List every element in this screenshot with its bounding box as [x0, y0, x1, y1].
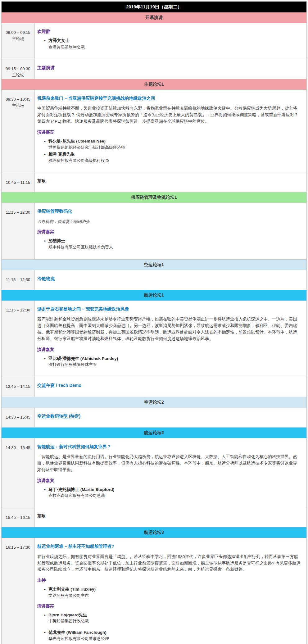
section-banner: 空运论坛1 [2, 260, 306, 270]
speaker-role: 中英船管集团行政总裁 [48, 618, 301, 624]
session-title-link[interactable]: 供应链管理数码化 [37, 208, 72, 214]
speaker-group-label: 主持 [37, 578, 301, 583]
session-title-text: 茶歇 [37, 513, 301, 519]
speaker-role: 文达船务有限公司主席 [48, 593, 301, 599]
session-row: 11:15 – 12:30游走于岩石和硬地之间 – 驾驭完美地缘政治风暴若产能过… [2, 301, 306, 377]
speaker-item: 范戈先生 (William Fairclough)华光海运控股有限公司董事总经理 [48, 629, 301, 642]
section-banner: 航运论坛1 [2, 290, 306, 301]
session-content: 空运业数码转型 (待定) [35, 408, 306, 427]
speaker-group-label: 演讲嘉宾 [37, 603, 301, 609]
session-content: 交流午宴 / Tech Demo [35, 377, 306, 397]
session-title-link[interactable]: 交流午宴 / Tech Demo [37, 382, 81, 388]
session-title-link[interactable]: 机遇前来敲门 – 当亚洲供应链穿梭于充满挑战的地缘政治之间 [37, 95, 155, 101]
session-time-cell: 09:30 – 10:45主论坛 [2, 90, 35, 173]
session-title-link[interactable]: 空运业数码转型 (待定) [37, 413, 80, 419]
speaker-role: 世界贸易组织经济研究与统计部高级经济师 [48, 145, 301, 151]
session-title-link[interactable]: 智能航运：新时代科技如何颠复业界？ [37, 443, 111, 450]
speaker-item: 彭喆博士顺丰科技有限公司区块链技术负责人 [48, 238, 301, 250]
section-banner-label: 空运论坛2 [144, 400, 164, 405]
section-banner: 空运论坛2 [2, 397, 306, 408]
speaker-role: 香港贸易发展局总裁 [48, 44, 301, 50]
section-banner: 航运论坛3 [2, 527, 306, 538]
session-time: 09:30 – 10:45 [6, 97, 30, 102]
section-banner-label: 空运论坛1 [144, 262, 164, 267]
session-time: 09:00 – 09:15 [6, 30, 30, 35]
session-content: 欢迎辞方舜文女士香港贸易发展局总裁 [35, 23, 306, 59]
section-banner: 主题论坛1 [2, 79, 306, 90]
session-time-cell: 14:30 – 15:45 [2, 408, 35, 427]
session-content: 航运业的两难 – 船主还不如船舶管理者?在行业暗淡之际，拥有船隻对业界而言是「鸡… [35, 538, 306, 644]
session-row: 11:15 – 12:30供应链管理数码化合办机构：香港货品编码协会演讲嘉宾彭喆… [2, 203, 306, 260]
speaker-item: 科尔曼·尼先生 (Coleman Nee)世界贸易组织经济研究与统计部高级经济师 [48, 138, 301, 150]
session-content: 机遇前来敲门 – 当亚洲供应链穿梭于充满挑战的地缘政治之间中美贸易争端持续不断，… [35, 90, 306, 173]
section-banner-label: 航运论坛2 [144, 430, 164, 435]
speaker-name: 科尔曼·尼先生 (Coleman Nee) [48, 138, 301, 144]
speaker-role: 克拉克森研究服务有限公司总裁 [48, 493, 301, 499]
session-venue: 主论坛 [2, 72, 34, 78]
session-venue: 主论坛 [2, 36, 34, 42]
session-time-cell: 11:15 – 12:30 [2, 203, 35, 259]
speaker-item: 克士利先生 (Tim Huxley)文达船务有限公司主席 [48, 586, 301, 598]
speaker-item: 梅津 克彦先生雅玛多控股有限公司高级执行役员 [48, 151, 301, 163]
agenda-table: 2019年11月19日（星期二） 开幕演讲09:00 – 09:15主论坛欢迎辞… [1, 1, 307, 644]
session-title-link[interactable]: 航运业的两难 – 船主还不如船舶管理者? [37, 543, 114, 549]
session-row: 15:45 – 16:15茶歇 [2, 508, 306, 527]
session-time: 11:15 – 12:30 [6, 277, 30, 282]
speaker-list: 方舜文女士香港贸易发展局总裁 [37, 38, 301, 50]
speaker-name: 克士利先生 (Tim Huxley) [48, 586, 301, 592]
session-title-link[interactable]: 游走于岩石和硬地之间 – 驾驭完美地缘政治风暴 [37, 306, 129, 312]
session-content: 冷链物流 [35, 270, 306, 290]
session-time-cell: 09:00 – 09:15主论坛 [2, 23, 35, 59]
session-time: 15:45 – 16:15 [6, 515, 30, 520]
session-time: 12:45 – 14:15 [6, 384, 30, 389]
session-title-link[interactable]: 主题演讲 [37, 65, 55, 71]
session-content: 茶歇 [35, 173, 306, 192]
section-banner: 航运论坛2 [2, 428, 306, 438]
speaker-item: 方舜文女士香港贸易发展局总裁 [48, 38, 301, 50]
speaker-name: 范戈先生 (William Fairclough) [48, 629, 301, 636]
session-row: 09:15 – 09:30主论坛主题演讲 [2, 59, 306, 79]
session-title-link[interactable]: 欢迎辞 [37, 28, 50, 34]
speaker-list: 亚比硕·潘德先生 (Abhishek Pandey)渣打银行船务融资环球主管 [37, 356, 301, 368]
session-description: 「智能航运」是业界最新的流行用语。行业智能化乃大趋所势，航运业亦逐步进入区块链、… [37, 454, 301, 473]
session-time: 11:15 – 12:30 [6, 210, 30, 215]
section-banner-label: 供应链管理及物流论坛1 [131, 195, 177, 200]
speaker-item: Bjorn Hojgaard先生中英船管集团行政总裁 [48, 612, 301, 624]
cohost-note: 合办机构：香港货品编码协会 [37, 219, 301, 224]
session-row: 11:15 – 12:30冷链物流 [2, 270, 306, 290]
session-time-cell: 14:30 – 15:45 [2, 438, 35, 508]
session-time-cell: 11:15 – 12:30 [2, 301, 35, 377]
section-banner: 供应链管理及物流论坛1 [2, 192, 306, 203]
session-title-text: 茶歇 [37, 178, 301, 184]
speaker-list: 彭喆博士顺丰科技有限公司区块链技术负责人 [37, 238, 301, 250]
speaker-group-label: 演讲嘉宾 [37, 347, 301, 352]
session-time-cell: 10:45 – 11:15 [2, 173, 35, 192]
session-description: 若产能过剩和全球贸易急剧放缓还未足够令行业形势变得严峻，如箭在弦的中美贸易争端正… [37, 316, 301, 342]
section-banner-label: 开幕演讲 [145, 15, 163, 20]
session-content: 游走于岩石和硬地之间 – 驾驭完美地缘政治风暴若产能过剩和全球贸易急剧放缓还未足… [35, 301, 306, 377]
speaker-group-label: 演讲嘉宾 [37, 478, 301, 483]
speaker-name: 亚比硕·潘德先生 (Abhishek Pandey) [48, 356, 301, 362]
speaker-name: 马丁·史托福博士 (Martin Stopford) [48, 487, 301, 493]
session-time-cell: 15:45 – 16:15 [2, 508, 35, 527]
session-content: 智能航运：新时代科技如何颠复业界？「智能航运」是业界最新的流行用语。行业智能化乃… [35, 438, 306, 508]
speaker-name: Bjorn Hojgaard先生 [48, 612, 301, 618]
session-content: 茶歇 [35, 508, 306, 527]
session-time-cell: 11:15 – 12:30 [2, 270, 35, 290]
session-description: 中美贸易争端持续不断，製造业投资正陆续加快移向东盟，将物流业留在持续充满纷扰的地… [37, 105, 301, 125]
speaker-name: 梅津 克彦先生 [48, 151, 301, 157]
speaker-role: 渣打银行船务融资环球主管 [48, 362, 301, 368]
speaker-role: 雅玛多控股有限公司高级执行役员 [48, 158, 301, 164]
date-header-label: 2019年11月19日（星期二） [126, 4, 182, 9]
session-time: 10:45 – 11:15 [6, 180, 30, 185]
session-row: 09:00 – 09:15主论坛欢迎辞方舜文女士香港贸易发展局总裁 [2, 23, 306, 59]
speaker-list: Bjorn Hojgaard先生中英船管集团行政总裁范戈先生 (William … [37, 612, 301, 642]
speaker-name: 方舜文女士 [48, 38, 301, 44]
session-title-link[interactable]: 冷链物流 [37, 275, 55, 282]
speaker-role: 华光海运控股有限公司董事总经理 [48, 636, 301, 642]
section-banner-label: 主题论坛1 [144, 82, 164, 87]
speaker-group-label: 演讲嘉宾 [37, 129, 301, 135]
session-time-cell: 12:45 – 14:15 [2, 377, 35, 397]
session-description: 在行业暗淡之际，拥有船隻对业界而言是「鸡肋」。若从经验中学习，回溯1980年代，… [37, 554, 301, 573]
speaker-item: 马丁·史托福博士 (Martin Stopford)克拉克森研究服务有限公司总裁 [48, 487, 301, 499]
